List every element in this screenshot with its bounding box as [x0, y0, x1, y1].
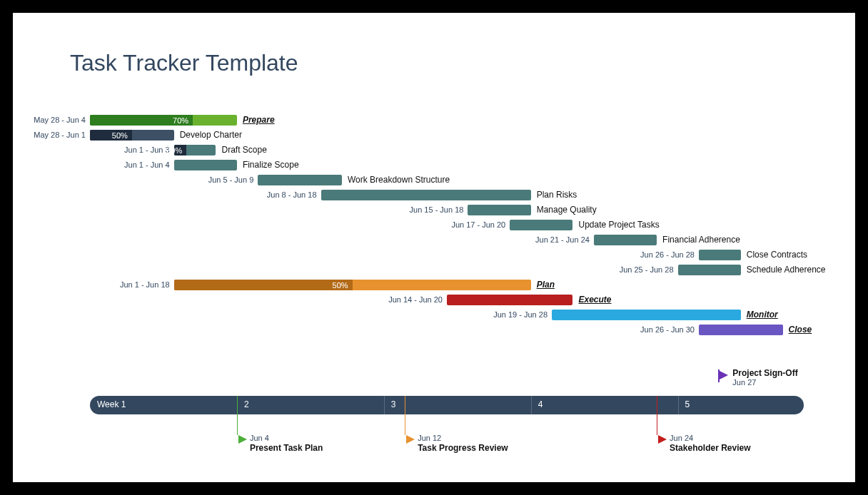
flag-icon: [406, 435, 415, 444]
task-row: Jun 21 - Jun 24Financial Adherence: [49, 233, 819, 248]
task-bar[interactable]: [678, 265, 741, 275]
milestone-top[interactable]: Project Sign-OffJun 27: [720, 371, 728, 379]
task-row: Jun 5 - Jun 9Work Breakdown Structure: [49, 173, 819, 188]
task-name-label: Monitor: [747, 310, 778, 320]
timeline-tick: [678, 396, 679, 414]
task-name-label: Update Project Tasks: [578, 220, 659, 230]
task-bar[interactable]: [321, 190, 531, 200]
task-name-label: Close Contracts: [747, 250, 807, 260]
task-progress: 50%: [90, 130, 132, 141]
task-progress: 50%: [174, 280, 353, 290]
gantt-chart: May 28 - Jun 470%PrepareMay 28 - Jun 150…: [49, 113, 819, 455]
task-date-label: Jun 1 - Jun 3: [106, 146, 170, 154]
task-row: Jun 1 - Jun 4Finalize Scope: [49, 158, 819, 173]
task-bar[interactable]: [174, 160, 237, 170]
task-bar[interactable]: [510, 220, 572, 230]
task-row: Jun 19 - Jun 28Monitor: [49, 307, 819, 322]
task-date-label: May 28 - Jun 1: [21, 131, 86, 139]
milestone-date: Jun 27: [732, 378, 756, 387]
milestone-date: Jun 12: [418, 434, 441, 442]
task-name-label: Plan Risks: [537, 190, 577, 200]
task-row: Jun 25 - Jun 28Schedule Adherence: [49, 262, 819, 277]
timeline-week-label: 5: [685, 399, 690, 409]
milestone-date: Jun 4: [250, 434, 269, 442]
task-date-label: Jun 21 - Jun 24: [525, 235, 590, 244]
task-date-label: Jun 26 - Jun 30: [630, 325, 695, 334]
task-bar[interactable]: [552, 310, 741, 320]
task-name-label: Execute: [578, 295, 611, 305]
timeline-week-label: Week 1: [97, 399, 126, 409]
page-title: Task Tracker Template: [70, 50, 298, 76]
task-date-label: Jun 19 - Jun 28: [483, 310, 547, 319]
task-row: Jun 15 - Jun 18Manage Quality: [49, 203, 819, 218]
task-bar[interactable]: [699, 325, 783, 335]
flag-icon: [720, 371, 728, 379]
task-date-label: Jun 25 - Jun 28: [610, 265, 674, 274]
task-progress: 70%: [90, 115, 193, 126]
task-row: May 28 - Jun 150%Develop Charter: [49, 128, 819, 143]
task-date-label: Jun 15 - Jun 18: [399, 205, 463, 214]
flag-icon: [658, 435, 667, 444]
task-row: Jun 1 - Jun 1850%Plan: [49, 277, 819, 292]
timeline-tick: [384, 396, 385, 414]
task-date-label: May 28 - Jun 4: [21, 116, 86, 124]
milestone-label: Task Progress Review: [418, 443, 508, 453]
task-date-label: Jun 17 - Jun 20: [441, 220, 505, 229]
task-name-label: Work Breakdown Structure: [348, 175, 450, 185]
task-name-label: Finalize Scope: [243, 160, 299, 170]
task-name-label: Financial Adherence: [662, 235, 740, 245]
task-date-label: Jun 5 - Jun 9: [189, 175, 253, 184]
task-row: Jun 17 - Jun 20Update Project Tasks: [49, 218, 819, 233]
timeline-axis: Week 12345: [90, 396, 804, 414]
task-bar[interactable]: [699, 250, 741, 260]
timeline-tick: [531, 396, 532, 414]
task-name-label: Close: [789, 325, 812, 335]
task-name-label: Manage Quality: [537, 205, 597, 215]
task-row: Jun 14 - Jun 20Execute: [49, 292, 819, 307]
timeline-week-label: 2: [244, 399, 249, 409]
timeline-week-label: 3: [391, 399, 396, 409]
task-progress: 30%: [174, 145, 187, 155]
task-date-label: Jun 8 - Jun 18: [253, 190, 317, 199]
milestone-label: Stakeholder Review: [670, 443, 750, 453]
task-bar[interactable]: [258, 175, 342, 185]
task-bar[interactable]: [447, 295, 572, 305]
task-name-label: Schedule Adherence: [747, 265, 826, 275]
page: Task Tracker Template May 28 - Jun 470%P…: [13, 13, 855, 482]
task-date-label: Jun 14 - Jun 20: [378, 295, 443, 304]
task-row: Jun 1 - Jun 330%Draft Scope: [49, 143, 819, 158]
task-row: Jun 26 - Jun 30Close: [49, 322, 819, 337]
task-name-label: Draft Scope: [221, 145, 266, 155]
task-date-label: Jun 1 - Jun 4: [106, 160, 170, 169]
task-name-label: Plan: [537, 280, 555, 290]
task-bar[interactable]: [594, 235, 657, 245]
flag-icon: [238, 435, 247, 444]
task-row: May 28 - Jun 470%Prepare: [49, 113, 819, 128]
milestone-label: Present Task Plan: [250, 443, 323, 453]
task-row: Jun 8 - Jun 18Plan Risks: [49, 188, 819, 203]
task-name-label: Prepare: [243, 115, 275, 125]
task-row: Jun 26 - Jun 28Close Contracts: [49, 248, 819, 262]
task-date-label: Jun 1 - Jun 18: [106, 280, 170, 289]
task-name-label: Develop Charter: [180, 130, 242, 140]
task-date-label: Jun 26 - Jun 28: [630, 250, 695, 259]
timeline-week-label: 4: [538, 399, 543, 409]
task-bar[interactable]: [468, 205, 530, 215]
milestone-date: Jun 24: [670, 434, 693, 442]
milestone-label: Project Sign-Off: [732, 368, 797, 378]
